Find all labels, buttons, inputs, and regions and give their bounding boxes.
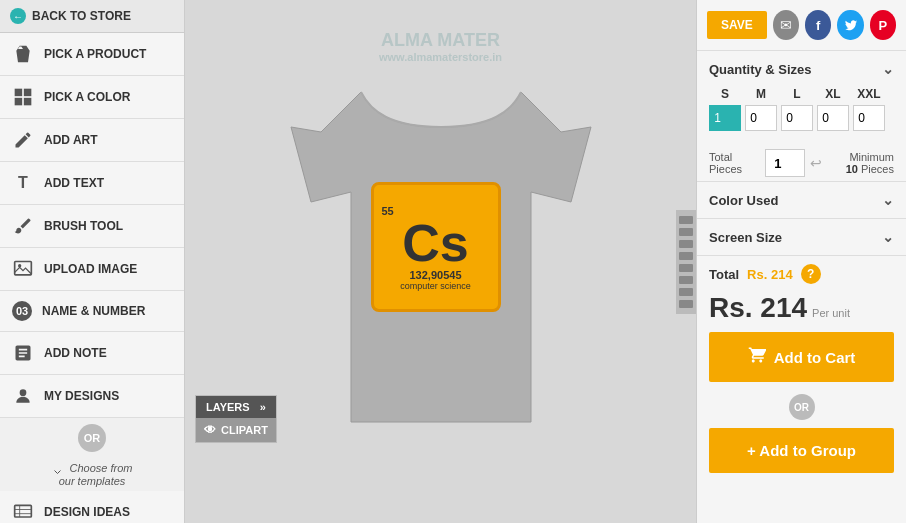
sidebar-item-my-designs[interactable]: MY DESIGNS [0, 375, 184, 418]
screen-size-chevron-icon: ⌄ [882, 229, 894, 245]
layers-arrow: » [260, 401, 266, 413]
size-headers: S M L XL XXL [709, 87, 894, 101]
sidebar-item-label: ADD ART [44, 133, 98, 147]
add-to-group-label: + Add to Group [747, 442, 856, 459]
scroll-tick [679, 216, 693, 224]
total-price-label: Total [709, 267, 739, 282]
brush-tool-icon [12, 215, 34, 237]
scroll-tick [679, 228, 693, 236]
or-row: OR [697, 390, 906, 424]
help-icon[interactable]: ? [801, 264, 821, 284]
layers-item-label: CLIPART [221, 424, 268, 436]
upload-image-icon [12, 258, 34, 280]
my-designs-icon [12, 385, 34, 407]
sidebar-item-add-text[interactable]: T ADD TEXT [0, 162, 184, 205]
screen-size-section: Screen Size ⌄ [697, 219, 906, 256]
sidebar-item-label: BRUSH TOOL [44, 219, 123, 233]
scroll-tick [679, 240, 693, 248]
share-pinterest-button[interactable]: P [870, 10, 896, 40]
minimum-pieces-label: Minimum 10 Pieces [846, 151, 894, 175]
layers-title: LAYERS [206, 401, 250, 413]
layers-header: LAYERS » [196, 396, 276, 418]
pick-product-icon [12, 43, 34, 65]
sidebar-item-add-note[interactable]: ADD NOTE [0, 332, 184, 375]
sidebar-item-pick-color[interactable]: PICK A COLOR [0, 76, 184, 119]
add-text-icon: T [12, 172, 34, 194]
sidebar-item-brush-tool[interactable]: BRUSH TOOL [0, 205, 184, 248]
design-clipart[interactable]: 55 Cs 132,90545 computer science [371, 182, 501, 312]
scroll-tick [679, 264, 693, 272]
share-email-button[interactable]: ✉ [773, 10, 799, 40]
visibility-eye-icon[interactable]: 👁 [204, 423, 216, 437]
svg-point-6 [20, 389, 27, 396]
watermark: ALMA MATER www.almamaterstore.in [379, 30, 502, 63]
sidebar-item-label: MY DESIGNS [44, 389, 119, 403]
quantity-chevron-icon: ⌄ [882, 61, 894, 77]
top-actions: SAVE ✉ f P [697, 0, 906, 51]
layers-item-clipart[interactable]: 👁 CLIPART [196, 418, 276, 442]
right-panel: SAVE ✉ f P Quantity & Sizes ⌄ S M L XL X… [696, 0, 906, 523]
svg-rect-4 [15, 262, 32, 275]
sidebar-item-design-ideas[interactable]: DESIGN IDEAS [0, 491, 184, 523]
total-input-wrap: ↩ [765, 149, 822, 177]
screen-size-header[interactable]: Screen Size ⌄ [697, 219, 906, 255]
add-art-icon [12, 129, 34, 151]
sidebar-item-add-art[interactable]: ADD ART [0, 119, 184, 162]
element-name: computer science [400, 281, 471, 291]
sidebar-item-upload-image[interactable]: UPLOAD IMAGE [0, 248, 184, 291]
color-used-chevron-icon: ⌄ [882, 192, 894, 208]
add-to-cart-label: Add to Cart [774, 349, 856, 366]
share-facebook-button[interactable]: f [805, 10, 831, 40]
tshirt-preview[interactable]: 55 Cs 132,90545 computer science [281, 72, 601, 452]
svg-rect-2 [15, 98, 23, 106]
name-number-icon: 03 [12, 301, 32, 321]
per-unit-label: Per unit [812, 307, 850, 319]
or-small-circle: OR [789, 394, 815, 420]
sidebar-item-name-number[interactable]: 03 NAME & NUMBER [0, 291, 184, 332]
qty-inputs [709, 105, 894, 131]
or-divider: OR [0, 418, 184, 458]
big-price-value: Rs. 214 [709, 292, 807, 324]
qty-input-l[interactable] [781, 105, 813, 131]
sidebar-item-label: PICK A COLOR [44, 90, 130, 104]
color-used-section: Color Used ⌄ [697, 182, 906, 219]
element-mass: 132,90545 [410, 269, 462, 281]
svg-rect-0 [15, 89, 23, 97]
zoom-scrollbar[interactable] [676, 210, 696, 314]
back-to-store-button[interactable]: ← BACK TO STORE [0, 0, 184, 33]
quantity-section-label: Quantity & Sizes [709, 62, 812, 77]
qty-input-m[interactable] [745, 105, 777, 131]
design-ideas-icon [12, 501, 34, 523]
quantity-section: Quantity & Sizes ⌄ S M L XL XXL TotalPie… [697, 51, 906, 182]
svg-rect-7 [15, 505, 32, 517]
big-price-row: Rs. 214 Per unit [697, 292, 906, 332]
total-price-value: Rs. 214 [747, 267, 793, 282]
sidebar-item-label: DESIGN IDEAS [44, 505, 130, 519]
sidebar-item-label: UPLOAD IMAGE [44, 262, 137, 276]
save-button[interactable]: SAVE [707, 11, 767, 39]
color-used-header[interactable]: Color Used ⌄ [697, 182, 906, 218]
add-to-group-button[interactable]: + Add to Group [709, 428, 894, 473]
back-arrow-icon: ← [10, 8, 26, 24]
quantity-section-header[interactable]: Quantity & Sizes ⌄ [697, 51, 906, 87]
choose-templates-text: Choose from our templates [0, 458, 184, 491]
layers-panel: LAYERS » 👁 CLIPART [195, 395, 277, 443]
sidebar-item-label: NAME & NUMBER [42, 304, 145, 318]
quantity-grid: S M L XL XXL [697, 87, 906, 141]
add-to-cart-button[interactable]: Add to Cart [709, 332, 894, 382]
sidebar-item-pick-product[interactable]: PICK A PRODUCT [0, 33, 184, 76]
sidebar: ← BACK TO STORE PICK A PRODUCT PICK A CO… [0, 0, 185, 523]
arrow-back-icon: ↩ [810, 155, 822, 171]
size-s: S [709, 87, 741, 101]
total-pieces-input[interactable] [765, 149, 805, 177]
qty-input-s[interactable] [709, 105, 741, 131]
sidebar-item-label: PICK A PRODUCT [44, 47, 146, 61]
share-twitter-button[interactable] [837, 10, 863, 40]
main-canvas: ALMA MATER www.almamaterstore.in 55 Cs 1… [185, 0, 696, 523]
qty-input-xl[interactable] [817, 105, 849, 131]
size-xl: XL [817, 87, 849, 101]
total-pieces-label: TotalPieces [709, 151, 742, 175]
scroll-tick [679, 252, 693, 260]
qty-input-xxl[interactable] [853, 105, 885, 131]
element-symbol: Cs [402, 217, 468, 269]
